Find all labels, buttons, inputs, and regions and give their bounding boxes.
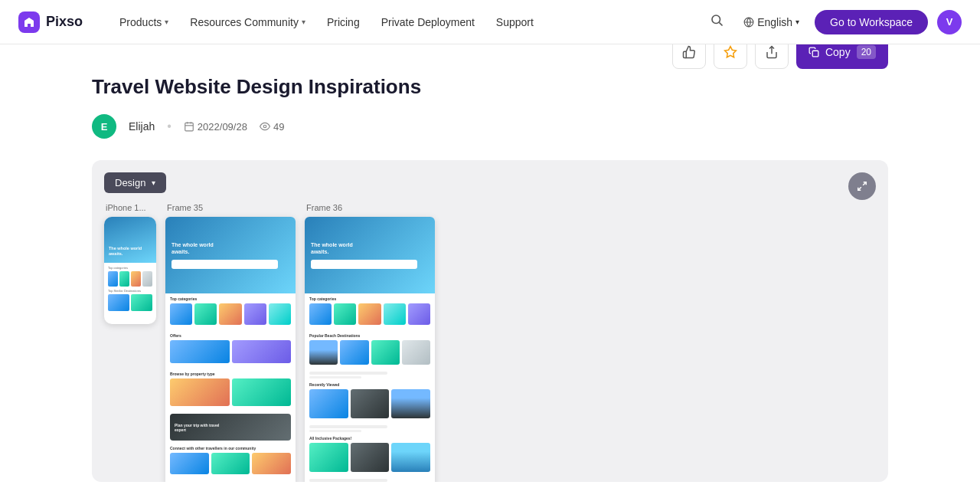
logo-icon xyxy=(18,11,40,33)
language-button[interactable]: English ▾ xyxy=(737,11,805,33)
author-avatar: E xyxy=(92,114,116,139)
eye-icon xyxy=(260,121,270,132)
svg-line-1 xyxy=(720,22,723,25)
frame-35: Frame 35 The whole worldawaits. Top cate… xyxy=(165,203,296,482)
calendar-icon xyxy=(184,121,194,132)
chevron-down-icon: ▾ xyxy=(152,179,155,187)
frame-iphone: iPhone 1... The whole worldawaits. Top c… xyxy=(104,203,156,324)
svg-rect-6 xyxy=(185,123,194,131)
expand-button[interactable] xyxy=(848,172,876,200)
search-button[interactable] xyxy=(705,8,728,35)
canvas-toolbar: Design ▾ xyxy=(104,172,166,193)
frame-label-35: Frame 35 xyxy=(165,203,296,212)
svg-point-10 xyxy=(263,125,266,128)
nav-items: Products ▾ Resources Community ▾ Pricing… xyxy=(110,11,705,33)
main-content: Copy 20 Travel Website Design Inspiratio… xyxy=(0,44,980,482)
logo[interactable]: Pixso xyxy=(18,11,83,33)
frame-label-iphone: iPhone 1... xyxy=(104,203,156,212)
chevron-down-icon: ▾ xyxy=(302,18,305,26)
svg-marker-3 xyxy=(724,47,736,57)
canvas-container: Design ▾ iPhone 1... The whole worldawai… xyxy=(92,160,888,482)
nav-item-support[interactable]: Support xyxy=(487,11,543,33)
frame-label-36: Frame 36 xyxy=(305,203,435,212)
chevron-down-icon: ▾ xyxy=(795,18,799,26)
logo-text: Pixso xyxy=(46,14,83,30)
nav-item-pricing[interactable]: Pricing xyxy=(318,11,369,33)
iphone-mockup: The whole worldawaits. Top categories To… xyxy=(104,217,156,324)
chevron-down-icon: ▾ xyxy=(165,18,168,26)
frames-row: iPhone 1... The whole worldawaits. Top c… xyxy=(92,160,888,482)
navbar: Pixso Products ▾ Resources Community ▾ P… xyxy=(0,0,980,44)
author-name: Elijah xyxy=(129,120,155,133)
avatar[interactable]: V xyxy=(937,10,962,34)
svg-point-0 xyxy=(712,15,720,24)
svg-rect-5 xyxy=(812,51,818,57)
nav-item-products[interactable]: Products ▾ xyxy=(110,11,178,33)
nav-item-resources[interactable]: Resources Community ▾ xyxy=(181,11,315,33)
meta-date: 2022/09/28 xyxy=(184,121,247,133)
frame-36: Frame 36 The whole worldawaits. Top cate… xyxy=(305,203,435,482)
frame35-mockup: The whole worldawaits. Top categories xyxy=(165,217,296,482)
frame36-mockup: The whole worldawaits. Top categories xyxy=(305,217,435,482)
copy-count: 20 xyxy=(857,45,876,59)
meta-separator: • xyxy=(167,120,172,133)
nav-item-private-deployment[interactable]: Private Deployment xyxy=(372,11,484,33)
meta-row: E Elijah • 2022/09/28 49 xyxy=(92,114,888,139)
nav-right: English ▾ Go to Workspace V xyxy=(705,8,962,35)
page-title: Travel Website Design Inspirations xyxy=(92,75,888,99)
go-to-workspace-button[interactable]: Go to Workspace xyxy=(815,10,928,34)
design-mode-dropdown[interactable]: Design ▾ xyxy=(104,172,166,193)
meta-views: 49 xyxy=(260,121,284,133)
